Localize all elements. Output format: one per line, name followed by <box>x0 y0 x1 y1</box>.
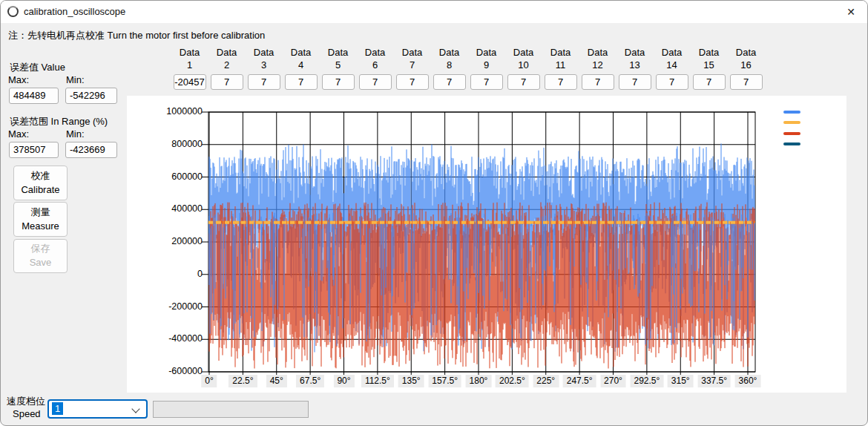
data-value-field[interactable]: 7 <box>619 74 651 90</box>
progress-bar <box>153 401 309 418</box>
data-index: 16 <box>728 59 765 72</box>
data-value-field[interactable]: 7 <box>582 74 614 90</box>
measure-label-en: Measure <box>14 220 67 234</box>
close-button[interactable]: ✕ <box>835 1 867 23</box>
measure-button[interactable]: 测量 Measure <box>13 202 68 237</box>
range-panel-title: 误差范围 In Range (%) <box>10 115 108 128</box>
data-label: Data <box>505 47 542 59</box>
data-index: 7 <box>394 59 431 72</box>
x-axis-tick-label: 22.5° <box>228 375 257 387</box>
range-max-label: Max: <box>8 128 29 140</box>
data-column-15: Data157 <box>691 47 728 90</box>
data-index: 9 <box>468 59 505 72</box>
chart-plot-area <box>127 96 846 393</box>
data-value-field[interactable]: 7 <box>507 74 540 90</box>
y-axis-tick-label: 800000 <box>155 139 203 149</box>
legend-swatch-signal-blue <box>783 111 800 114</box>
data-value-field[interactable]: -20457 <box>174 74 206 90</box>
data-column-13: Data137 <box>617 47 654 90</box>
data-index: 15 <box>691 59 728 72</box>
y-axis-tick-label: 600000 <box>155 171 203 182</box>
save-button[interactable]: 保存 Save <box>13 239 68 273</box>
data-value-field[interactable]: 7 <box>656 74 688 90</box>
data-index: 5 <box>320 59 357 72</box>
app-icon <box>7 6 19 17</box>
x-axis-tick-label: 225° <box>533 375 559 387</box>
data-label: Data <box>431 47 468 59</box>
x-axis-tick-label: 67.5° <box>296 375 324 387</box>
data-value-field[interactable]: 7 <box>396 74 429 90</box>
x-axis-tick-label: 202.5° <box>496 375 529 387</box>
x-axis-tick-label: 270° <box>600 375 626 387</box>
data-value-field[interactable]: 7 <box>285 74 318 90</box>
data-index: 2 <box>208 59 246 72</box>
data-label: Data <box>171 47 208 59</box>
y-axis-tick-label: 0 <box>155 269 203 279</box>
data-column-4: Data47 <box>283 47 320 90</box>
data-label: Data <box>468 47 505 59</box>
save-label-zh: 保存 <box>14 242 67 256</box>
data-column-6: Data67 <box>357 47 394 90</box>
range-min-field[interactable]: -423669 <box>65 142 117 158</box>
data-value-field[interactable]: 7 <box>248 74 280 90</box>
range-max-field[interactable]: 378507 <box>9 142 59 158</box>
window-title: calibration_oscilloscope <box>24 6 125 17</box>
title-bar: calibration_oscilloscope ✕ <box>1 1 867 23</box>
chevron-down-icon <box>131 404 139 413</box>
y-axis-tick-label: 1000000 <box>155 106 203 117</box>
data-value-field[interactable]: 7 <box>359 74 392 90</box>
data-value-field[interactable]: 7 <box>211 74 243 90</box>
data-value-field[interactable]: 7 <box>545 74 577 90</box>
data-column-8: Data87 <box>431 47 468 90</box>
x-axis-tick-label: 45° <box>266 375 287 387</box>
data-column-7: Data77 <box>394 47 431 90</box>
data-column-1: Data1-20457 <box>171 47 208 90</box>
data-value-field[interactable]: 7 <box>322 74 355 90</box>
data-label: Data <box>208 47 246 59</box>
x-axis-tick-label: 135° <box>398 375 424 387</box>
value-max-field[interactable]: 484489 <box>9 88 59 104</box>
data-label: Data <box>542 47 579 59</box>
data-index: 8 <box>431 59 468 72</box>
data-label: Data <box>728 47 765 59</box>
app-window: calibration_oscilloscope ✕ 注：先转电机再点校准 Tu… <box>0 0 868 426</box>
x-axis-tick-label: 292.5° <box>630 375 663 387</box>
measure-label-zh: 测量 <box>14 206 67 220</box>
data-index: 1 <box>171 59 208 72</box>
data-value-field[interactable]: 7 <box>730 74 763 90</box>
value-min-field[interactable]: -542296 <box>65 88 117 104</box>
data-value-field[interactable]: 7 <box>433 74 466 90</box>
range-min-label: Min: <box>66 128 85 140</box>
legend-swatch-reference-darkblue <box>783 142 800 145</box>
value-panel-title: 误差值 Value <box>10 61 65 74</box>
instruction-note: 注：先转电机再点校准 Turn the motor first before c… <box>8 29 265 42</box>
legend-swatch-error-red <box>783 132 800 135</box>
x-axis-tick-label: 247.5° <box>563 375 596 387</box>
calibrate-label-en: Calibrate <box>14 183 67 197</box>
x-axis-tick-label: 0° <box>201 375 217 387</box>
data-index: 6 <box>357 59 394 72</box>
speed-select[interactable]: 1 <box>47 399 148 419</box>
data-index: 10 <box>505 59 542 72</box>
calibrate-button[interactable]: 校准 Calibrate <box>13 166 68 200</box>
x-axis-tick-label: 360° <box>735 375 761 387</box>
x-axis-tick-label: 157.5° <box>428 375 461 387</box>
x-axis-tick-label: 90° <box>333 375 354 387</box>
data-index: 4 <box>283 59 320 72</box>
data-value-field[interactable]: 7 <box>693 74 726 90</box>
data-index: 11 <box>542 59 579 72</box>
data-label: Data <box>320 47 357 59</box>
calibrate-label-zh: 校准 <box>14 169 67 183</box>
data-label: Data <box>691 47 728 59</box>
x-axis-tick-label: 315° <box>668 375 694 387</box>
legend-swatch-reference-orange <box>783 121 800 124</box>
data-index: 12 <box>579 59 617 72</box>
data-column-3: Data37 <box>246 47 283 90</box>
data-column-5: Data57 <box>320 47 357 90</box>
x-axis-tick-label: 337.5° <box>697 375 731 387</box>
data-value-field[interactable]: 7 <box>470 74 503 90</box>
oscilloscope-chart: 10000008000006000004000002000000-200000-… <box>127 96 846 393</box>
y-axis-tick-label: 400000 <box>155 203 203 214</box>
speed-label-zh: 速度档位 <box>7 395 45 408</box>
data-label: Data <box>357 47 394 59</box>
